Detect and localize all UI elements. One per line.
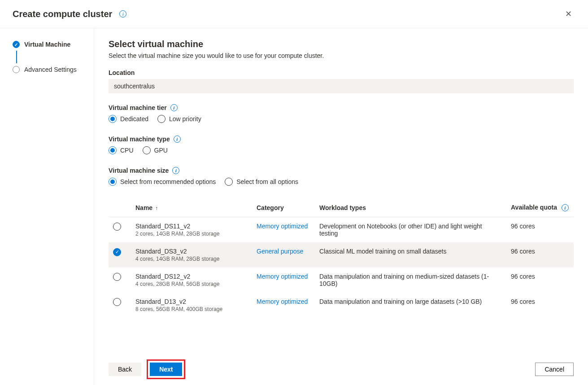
- radio-low-priority[interactable]: Low priority: [157, 115, 201, 123]
- col-name[interactable]: Name ↑: [131, 198, 252, 217]
- col-workload[interactable]: Workload types: [315, 198, 506, 217]
- check-icon: [13, 41, 20, 48]
- quota-text: 96 cores: [506, 242, 574, 267]
- radio-icon: [157, 115, 166, 123]
- info-icon[interactable]: i: [119, 10, 126, 18]
- info-icon[interactable]: i: [170, 104, 178, 111]
- close-button[interactable]: ✕: [562, 7, 575, 21]
- step-advanced-settings[interactable]: Advanced Settings: [13, 66, 87, 73]
- vm-name: Standard_DS12_v2: [135, 273, 248, 280]
- vm-specs: 2 cores, 14GB RAM, 28GB storage: [135, 231, 248, 237]
- vmtype-label: Virtual machine type i: [109, 136, 574, 143]
- row-select-icon[interactable]: [113, 298, 121, 306]
- radio-dedicated[interactable]: Dedicated: [109, 115, 148, 123]
- info-icon[interactable]: i: [174, 136, 181, 143]
- workload-text: Classical ML model training on small dat…: [315, 242, 506, 267]
- category-link[interactable]: Memory optimized: [257, 298, 308, 305]
- section-description: Select the virtual machine size you woul…: [109, 52, 574, 59]
- category-link[interactable]: Memory optimized: [257, 223, 308, 230]
- info-icon[interactable]: i: [562, 204, 569, 211]
- radio-icon: [143, 146, 151, 154]
- table-row[interactable]: Standard_DS3_v24 cores, 14GB RAM, 28GB s…: [109, 242, 574, 267]
- table-row[interactable]: Standard_DS12_v24 cores, 28GB RAM, 56GB …: [109, 267, 574, 293]
- section-title: Select virtual machine: [109, 39, 574, 49]
- highlight-annotation: Next: [147, 359, 185, 379]
- vmtype-radio-group: CPU GPU: [109, 146, 574, 154]
- wizard-content: Select virtual machine Select the virtua…: [94, 28, 588, 352]
- category-link[interactable]: General purpose: [257, 248, 303, 255]
- cancel-button[interactable]: Cancel: [535, 363, 574, 376]
- vmsize-radio-group: Select from recommended options Select f…: [109, 178, 574, 186]
- radio-icon: [109, 115, 117, 123]
- dialog-header: Create compute cluster i ✕: [0, 0, 588, 28]
- vmsize-label: Virtual machine size i: [109, 167, 574, 174]
- dialog-title: Create compute cluster: [13, 9, 112, 19]
- tier-label: Virtual machine tier i: [109, 104, 574, 111]
- next-button[interactable]: Next: [150, 363, 182, 376]
- location-input: [109, 79, 574, 93]
- quota-text: 96 cores: [506, 267, 574, 293]
- wizard-steps: Virtual Machine Advanced Settings: [0, 28, 94, 385]
- workload-text: Data manipulation and training on medium…: [315, 267, 506, 293]
- table-row[interactable]: Standard_D13_v28 cores, 56GB RAM, 400GB …: [109, 293, 574, 318]
- vm-name: Standard_D13_v2: [135, 298, 248, 305]
- row-select-icon[interactable]: [113, 223, 121, 231]
- step-label: Advanced Settings: [24, 66, 77, 73]
- radio-recommended[interactable]: Select from recommended options: [109, 178, 216, 186]
- wizard-footer: Back Next Cancel: [94, 352, 588, 385]
- sort-asc-icon: ↑: [155, 205, 158, 211]
- vm-size-table: Name ↑ Category Workload types Available…: [109, 198, 574, 318]
- vm-specs: 4 cores, 14GB RAM, 28GB storage: [135, 256, 248, 262]
- workload-text: Data manipulation and training on large …: [315, 293, 506, 318]
- info-icon[interactable]: i: [172, 167, 179, 174]
- radio-gpu[interactable]: GPU: [143, 146, 168, 154]
- vm-specs: 4 cores, 28GB RAM, 56GB storage: [135, 281, 248, 287]
- row-select-icon[interactable]: [113, 273, 121, 281]
- radio-all-options[interactable]: Select from all options: [225, 178, 298, 186]
- radio-icon: [225, 178, 233, 186]
- vm-name: Standard_DS3_v2: [135, 248, 248, 255]
- row-select-icon[interactable]: [113, 248, 121, 256]
- radio-icon: [109, 178, 117, 186]
- step-connector: [16, 51, 17, 63]
- col-quota[interactable]: Available quota i: [506, 198, 574, 217]
- vm-name: Standard_DS11_v2: [135, 223, 248, 230]
- quota-text: 96 cores: [506, 217, 574, 243]
- col-select: [109, 198, 131, 217]
- location-label: Location: [109, 69, 574, 76]
- workload-text: Development on Notebooks (or other IDE) …: [315, 217, 506, 243]
- vm-specs: 8 cores, 56GB RAM, 400GB storage: [135, 306, 248, 312]
- quota-text: 96 cores: [506, 293, 574, 318]
- category-link[interactable]: Memory optimized: [257, 273, 308, 280]
- radio-cpu[interactable]: CPU: [109, 146, 134, 154]
- step-label: Virtual Machine: [24, 41, 70, 48]
- circle-icon: [13, 66, 20, 73]
- tier-radio-group: Dedicated Low priority: [109, 115, 574, 123]
- col-category[interactable]: Category: [252, 198, 315, 217]
- step-virtual-machine[interactable]: Virtual Machine: [13, 41, 87, 48]
- radio-icon: [109, 146, 117, 154]
- table-row[interactable]: Standard_DS11_v22 cores, 14GB RAM, 28GB …: [109, 217, 574, 243]
- back-button[interactable]: Back: [109, 363, 141, 376]
